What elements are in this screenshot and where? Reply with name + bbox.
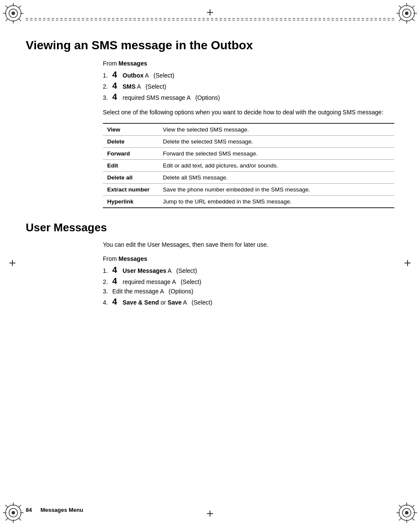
step-item: 3. 4 required SMS message A (Options) [103, 93, 394, 101]
step-item: 2. 4 required message A (Select) [103, 277, 394, 285]
option-name: Edit [103, 160, 159, 172]
svg-line-20 [412, 6, 414, 8]
section1-description: Select one of the following options when… [103, 108, 394, 117]
option-description: Delete the selected SMS message. [159, 136, 394, 148]
svg-line-21 [399, 18, 402, 21]
section1-steps: 1. 4 Outbox A (Select) 2. 4 SMS A (Selec… [103, 70, 394, 101]
table-row: HyperlinkJump to the URL embedded in the… [103, 196, 394, 208]
section2-body: You can edit the User Messages, then sav… [26, 240, 394, 306]
table-row: Delete allDelete all SMS message. [103, 172, 394, 184]
corner-decoration-bl [2, 502, 24, 524]
option-name: View [103, 123, 159, 136]
svg-line-18 [399, 6, 402, 8]
page-title: Viewing an SMS message in the Outbox [26, 39, 394, 52]
svg-point-24 [12, 511, 15, 514]
svg-point-35 [405, 511, 408, 514]
step-item: 1. 4 User Messages A (Select) [103, 266, 394, 274]
svg-line-41 [412, 518, 414, 520]
step-item: 1. 4 Outbox A (Select) [103, 70, 394, 79]
footer-section-title: Messages Menu [40, 507, 83, 513]
option-name: Extract number [103, 184, 159, 196]
option-description: Delete all SMS message. [159, 172, 394, 184]
svg-line-40 [399, 505, 402, 508]
option-name: Delete [103, 136, 159, 148]
option-name: Hyperlink [103, 196, 159, 208]
option-description: Edit or add text, add pictures, and/or s… [159, 160, 394, 172]
svg-line-10 [6, 18, 8, 21]
option-name: Delete all [103, 172, 159, 184]
footer: 84 Messages Menu [26, 507, 394, 513]
section2-intro: You can edit the User Messages, then sav… [103, 240, 394, 249]
table-row: EditEdit or add text, add pictures, and/… [103, 160, 394, 172]
step-item: 4. 4 Save & Send or Save A (Select) [103, 297, 394, 306]
corner-decoration-br [396, 502, 418, 524]
svg-point-13 [405, 12, 408, 15]
option-description: View the selected SMS message. [159, 123, 394, 136]
option-description: Jump to the URL embedded in the SMS mess… [159, 196, 394, 208]
section2-title: User Messages [26, 221, 394, 234]
step-item: 3. Edit the message A (Options) [103, 288, 394, 295]
mid-crosshair-top [207, 9, 213, 15]
svg-point-2 [12, 12, 15, 15]
svg-line-7 [6, 6, 8, 8]
table-row: ForwardForward the selected SMS message. [103, 148, 394, 160]
svg-line-42 [412, 505, 414, 508]
section1-body: From Messages 1. 4 Outbox A (Select) 2. … [26, 60, 394, 208]
svg-line-31 [18, 505, 21, 508]
table-row: DeleteDelete the selected SMS message. [103, 136, 394, 148]
option-name: Forward [103, 148, 159, 160]
svg-line-9 [18, 6, 21, 8]
options-table: ViewView the selected SMS message.Delete… [103, 123, 394, 208]
svg-line-19 [412, 18, 414, 21]
option-description: Forward the selected SMS message. [159, 148, 394, 160]
mid-crosshair-right [405, 260, 411, 266]
section1-from: From Messages [103, 60, 394, 67]
table-row: ViewView the selected SMS message. [103, 123, 394, 136]
footer-page-number: 84 [26, 507, 32, 513]
corner-decoration-tl [2, 2, 24, 24]
section2-from: From Messages [103, 255, 394, 262]
svg-line-8 [18, 18, 21, 21]
svg-line-29 [6, 505, 8, 508]
svg-line-43 [399, 518, 402, 520]
corner-decoration-tr [396, 2, 418, 24]
option-description: Save the phone number embedded in the SM… [159, 184, 394, 196]
top-dashed-border [26, 18, 394, 21]
svg-line-32 [6, 518, 8, 520]
svg-line-30 [18, 518, 21, 520]
table-row: Extract numberSave the phone number embe… [103, 184, 394, 196]
main-content: Viewing an SMS message in the Outbox Fro… [26, 30, 394, 500]
section2-steps: 1. 4 User Messages A (Select) 2. 4 requi… [103, 266, 394, 306]
step-item: 2. 4 SMS A (Select) [103, 81, 394, 90]
mid-crosshair-left [9, 260, 15, 266]
